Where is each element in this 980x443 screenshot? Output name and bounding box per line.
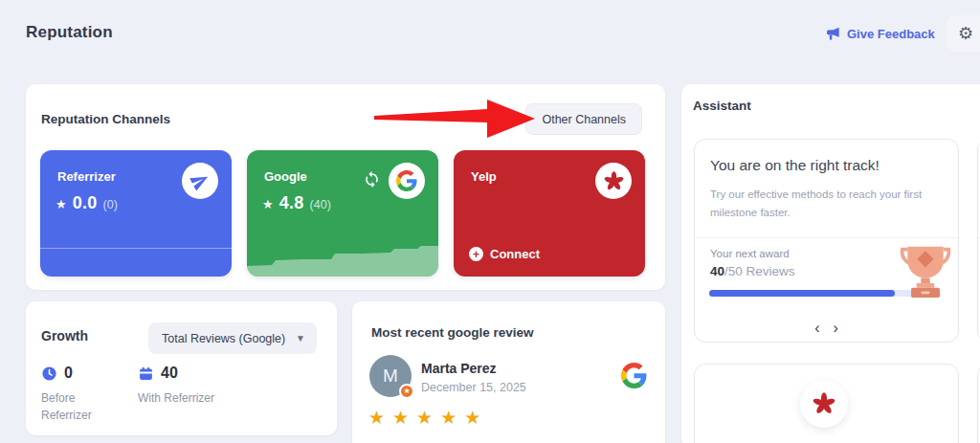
- caret-down-icon: ▼: [296, 333, 305, 343]
- award-target: /50 Reviews: [724, 264, 795, 278]
- stat-with-referrizer: 40 With Referrizer: [138, 365, 262, 407]
- referrizer-rating: ★ 0.0 (0): [56, 193, 118, 213]
- award-progress-fill: [709, 290, 895, 297]
- assistant-card-body: Try our effective methods to reach your …: [710, 186, 951, 222]
- google-g-icon: [621, 363, 647, 388]
- star-icon: ★: [416, 407, 433, 429]
- give-feedback-button[interactable]: Give Feedback: [825, 27, 935, 41]
- stat-value: 40: [161, 365, 178, 382]
- star-icon: ★: [440, 407, 457, 429]
- yelp-connect-button[interactable]: + Connect: [469, 247, 540, 261]
- assistant-yelp-card: [694, 364, 959, 443]
- star-icon: ★: [56, 197, 67, 211]
- carousel-arrows: ‹ ›: [695, 321, 958, 336]
- divider: [695, 237, 958, 238]
- stat-before-referrizer: 0 Before Referrizer: [41, 365, 116, 424]
- reviewer-name: Marta Perez: [421, 361, 497, 376]
- settings-button[interactable]: ⚙: [947, 15, 980, 52]
- other-channels-button[interactable]: Other Channels: [525, 103, 642, 135]
- megaphone-icon: [825, 27, 840, 41]
- growth-filter-label: Total Reviews (Google): [162, 332, 285, 345]
- growth-title: Growth: [41, 328, 88, 343]
- channel-row: Referrizer ★ 0.0 (0) Google: [40, 150, 645, 277]
- rating-value: 4.8: [279, 193, 304, 213]
- star-icon: ★: [392, 407, 409, 429]
- rating-count: (0): [103, 198, 118, 211]
- award-current: 40: [710, 264, 724, 278]
- reviewer-avatar: M ★: [369, 355, 412, 397]
- channels-card-title: Reputation Channels: [41, 112, 170, 126]
- connect-label: Connect: [490, 247, 540, 261]
- google-g-icon: [396, 170, 417, 191]
- yelp-burst-icon: [604, 171, 624, 191]
- growth-filter-dropdown[interactable]: Total Reviews (Google) ▼: [148, 322, 317, 354]
- reputation-channels-card: Reputation Channels Other Channels Refer…: [26, 84, 665, 290]
- review-star-row: ★★★★★: [368, 407, 480, 429]
- star-icon: ★: [368, 407, 385, 429]
- review-date: December 15, 2025: [421, 381, 526, 394]
- growth-card: Growth Total Reviews (Google) ▼ 0 Before…: [26, 301, 337, 435]
- trophy-icon: [899, 241, 952, 300]
- assistant-panel: Assistant You are on the right track! Tr…: [681, 84, 980, 443]
- google-reviews-area-chart: [247, 234, 438, 277]
- channel-card-yelp[interactable]: Yelp + Connect: [454, 150, 645, 277]
- award-label: Your next award: [710, 248, 790, 259]
- referrizer-card-footer: [40, 248, 232, 277]
- carousel-prev-button[interactable]: ‹: [814, 321, 819, 336]
- stat-label: With Referrizer: [138, 389, 262, 407]
- channel-name: Google: [264, 169, 307, 184]
- referrizer-logo-circle: [182, 163, 218, 199]
- review-card-title: Most recent google review: [371, 325, 534, 340]
- recent-review-card: Most recent google review M ★ Marta Pere…: [352, 301, 665, 443]
- channel-card-google[interactable]: Google ★ 4.8 (40): [247, 150, 438, 277]
- rating-value: 0.0: [73, 193, 98, 213]
- assistant-card-heading: You are on the right track!: [710, 157, 880, 174]
- star-icon: ★: [464, 407, 480, 429]
- give-feedback-label: Give Feedback: [847, 27, 935, 41]
- avatar-badge: ★: [399, 384, 414, 399]
- channel-name: Referrizer: [57, 169, 116, 184]
- yelp-logo-circle: [595, 163, 632, 199]
- plus-icon: +: [469, 247, 483, 261]
- page-title: Reputation: [26, 23, 113, 42]
- rating-count: (40): [310, 198, 331, 211]
- yelp-burst-icon: [813, 392, 835, 415]
- star-icon: ★: [403, 388, 410, 395]
- gear-icon: ⚙: [958, 25, 973, 42]
- clock-icon: [41, 365, 57, 382]
- channel-card-referrizer[interactable]: Referrizer ★ 0.0 (0): [40, 150, 232, 277]
- carousel-next-button[interactable]: ›: [834, 321, 838, 336]
- google-rating: ★ 4.8 (40): [262, 193, 331, 213]
- calendar-icon: [138, 365, 154, 382]
- star-icon: ★: [262, 197, 274, 211]
- stat-label: Before Referrizer: [41, 389, 116, 424]
- award-value: 40/50 Reviews: [710, 264, 795, 278]
- paper-plane-icon: [187, 167, 212, 193]
- google-logo-circle: [389, 163, 425, 199]
- yelp-logo-circle: [800, 380, 848, 428]
- assistant-title: Assistant: [693, 99, 751, 113]
- refresh-icon[interactable]: [363, 170, 381, 188]
- assistant-milestone-card: You are on the right track! Try our effe…: [694, 139, 959, 343]
- stat-value: 0: [64, 365, 73, 382]
- channel-name: Yelp: [471, 169, 497, 184]
- avatar-initial: M: [383, 365, 398, 387]
